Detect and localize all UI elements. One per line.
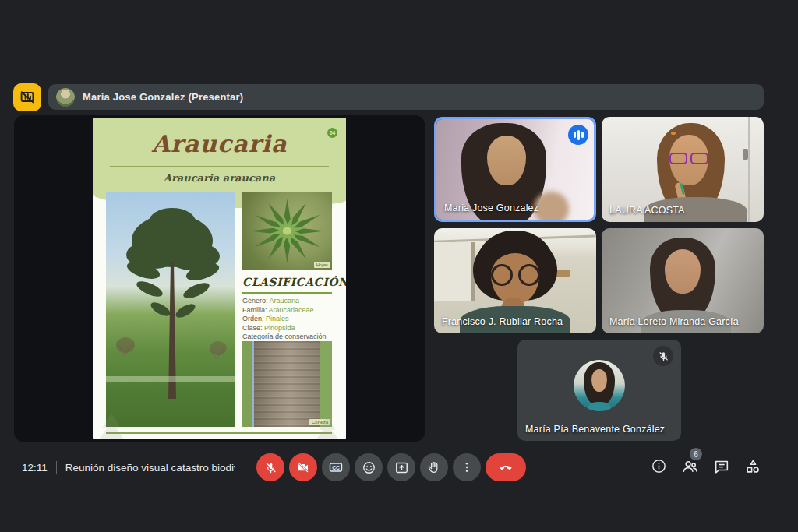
captions-icon: CC [328, 460, 344, 475]
meeting-info: 12:11 Reunión diseño visual catastro bio… [22, 461, 235, 474]
classification-heading: CLASIFICACIÓN [242, 276, 346, 288]
participant-name: María Loreto Miranda García [609, 316, 739, 327]
activities-button[interactable] [743, 456, 762, 476]
divider [56, 461, 57, 474]
participant-count-badge: 6 [690, 448, 702, 460]
info-button[interactable] [649, 456, 669, 476]
audio-indicator-icon [568, 125, 588, 145]
chat-icon [713, 458, 730, 475]
meeting-title: Reunión diseño visual catastro biodiver.… [65, 462, 235, 474]
avatar [574, 360, 625, 411]
presenter-banner[interactable]: Maria Jose Gonzalez (Presentar) [48, 84, 764, 110]
screen-share-tile[interactable]: 04 Araucaria Araucaria araucana [14, 115, 425, 442]
video-tile-maria-jose[interactable]: Maria Jose Gonzalez [434, 117, 596, 222]
clock: 12:11 [22, 462, 48, 474]
classification-row: Orden: Pinales [242, 315, 340, 324]
camera-off-button[interactable] [289, 453, 317, 481]
leaf-caption: Hojas [314, 262, 330, 268]
presenter-avatar [56, 88, 75, 107]
watermark-tree [312, 416, 343, 439]
call-controls: CC [256, 453, 526, 481]
more-options-button[interactable] [453, 453, 481, 481]
bark-photo: Corteza [242, 341, 332, 427]
tree-photo [106, 192, 235, 427]
mic-mute-button[interactable] [256, 453, 284, 481]
slide-subtitle: Araucaria araucana [93, 172, 346, 184]
classification-row: Clase: Pinopsida [242, 324, 340, 333]
present-screen-icon [394, 460, 409, 475]
stop-presenting-button[interactable] [13, 83, 41, 111]
present-button[interactable] [387, 453, 415, 481]
participant-name: Francisco J. Rubilar Rocha [442, 316, 563, 327]
participant-name: LAURA ACOSTA [609, 205, 685, 216]
mic-off-icon [264, 461, 277, 474]
end-call-button[interactable] [486, 453, 526, 481]
classification-underline [242, 292, 332, 294]
leaf-photo: Hojas [242, 192, 332, 270]
video-tile-loreto[interactable]: María Loreto Miranda García [602, 228, 764, 333]
chat-button[interactable] [711, 456, 731, 476]
video-tile-maria-pia[interactable]: María Pía Benavente González [517, 340, 681, 441]
reactions-button[interactable] [355, 453, 383, 481]
classification-row: Género: Araucaria [242, 297, 340, 306]
captions-button[interactable]: CC [322, 453, 350, 481]
people-button[interactable]: 6 [680, 456, 700, 476]
participant-name: Maria Jose Gonzalez [444, 203, 538, 213]
camera-off-icon [296, 460, 310, 474]
more-vertical-icon [461, 461, 473, 474]
hand-icon [427, 460, 441, 474]
phone-hangup-icon [498, 460, 514, 475]
participant-name: María Pía Benavente González [525, 424, 665, 435]
meet-window: Maria Jose Gonzalez (Presentar) 04 Arauc… [0, 0, 798, 532]
slide-title: Araucaria [93, 130, 346, 157]
activities-icon [744, 458, 761, 475]
watermark-tree [96, 413, 127, 439]
classification-row: Familia: Araucariaceae [242, 306, 340, 315]
video-tile-francisco[interactable]: Francisco J. Rubilar Rocha [434, 228, 596, 333]
slide-footer-rule [106, 432, 332, 434]
presentation-slide: 04 Araucaria Araucaria araucana [93, 118, 346, 439]
info-icon [651, 458, 667, 474]
meeting-panels: 6 [649, 456, 762, 476]
bark-texture [254, 341, 320, 427]
smiley-icon [362, 460, 376, 475]
video-tile-laura[interactable]: LAURA ACOSTA [602, 117, 764, 222]
slide-divider [110, 166, 329, 167]
svg-text:CC: CC [332, 465, 340, 470]
mic-off-icon [653, 346, 673, 366]
presentation-off-icon [19, 89, 36, 106]
presenter-name: Maria Jose Gonzalez (Presentar) [83, 91, 243, 103]
raise-hand-button[interactable] [420, 453, 448, 481]
